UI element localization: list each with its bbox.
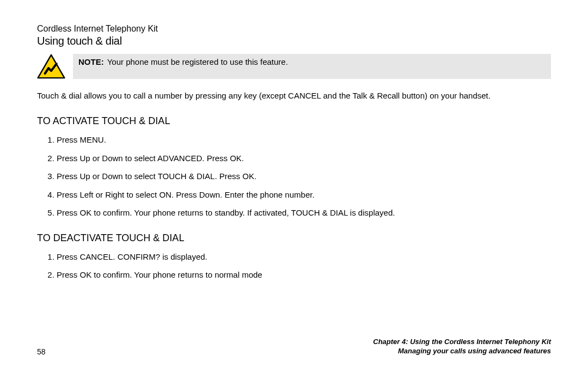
svg-marker-0 — [38, 55, 65, 78]
steps-deactivate: Press CANCEL. CONFIRM? is displayed. Pre… — [37, 252, 551, 280]
list-item: Press CANCEL. CONFIRM? is displayed. — [57, 252, 551, 262]
note-label: NOTE: — [78, 57, 104, 66]
page-content: Cordless Internet Telephony Kit Using to… — [37, 24, 551, 295]
section-heading-deactivate: TO DEACTIVATE TOUCH & DIAL — [37, 232, 551, 244]
list-item: Press MENU. — [57, 134, 551, 145]
list-item: Press OK to confirm. Your phone returns … — [57, 207, 551, 218]
document-kicker: Cordless Internet Telephony Kit — [37, 24, 551, 34]
page-footer: 58 Chapter 4: Using the Cordless Interne… — [37, 337, 551, 356]
note-callout: NOTE: Your phone must be registered to u… — [37, 54, 551, 79]
intro-paragraph: Touch & dial allows you to call a number… — [37, 90, 516, 101]
list-item: Press Up or Down to select TOUCH & DIAL.… — [57, 171, 551, 182]
footer-right: Chapter 4: Using the Cordless Internet T… — [373, 337, 551, 356]
list-item: Press Left or Right to select ON. Press … — [57, 189, 551, 200]
warning-icon — [37, 54, 65, 79]
footer-subtitle: Managing your calls using advanced featu… — [373, 346, 551, 356]
footer-chapter: Chapter 4: Using the Cordless Internet T… — [373, 337, 551, 347]
steps-activate: Press MENU. Press Up or Down to select A… — [37, 134, 551, 218]
section-heading-activate: TO ACTIVATE TOUCH & DIAL — [37, 115, 551, 127]
note-bar: NOTE: Your phone must be registered to u… — [73, 54, 551, 79]
page-number: 58 — [37, 347, 46, 356]
page-title: Using touch & dial — [37, 35, 551, 47]
list-item: Press OK to confirm. Your phone returns … — [57, 269, 551, 280]
list-item: Press Up or Down to select ADVANCED. Pre… — [57, 153, 551, 164]
note-text: Your phone must be registered to use thi… — [107, 57, 288, 66]
